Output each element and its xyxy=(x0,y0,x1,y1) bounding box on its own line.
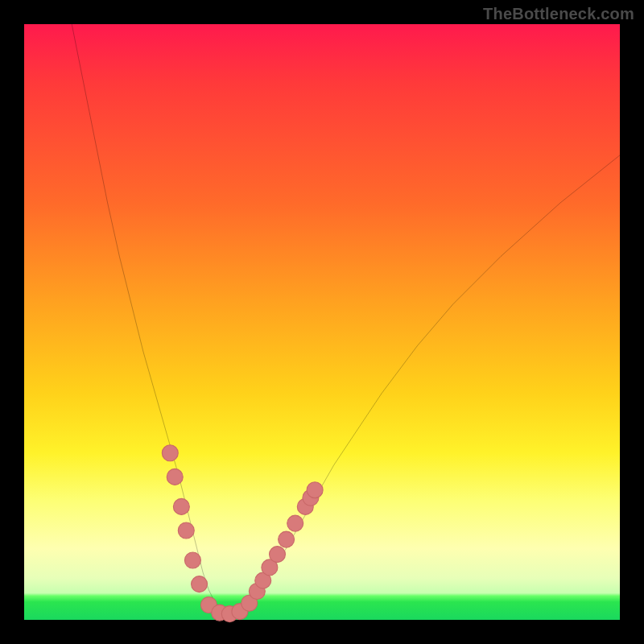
curve-marker xyxy=(287,515,303,531)
curve-markers xyxy=(162,445,323,622)
curve-marker xyxy=(167,469,183,485)
watermark-text: TheBottleneck.com xyxy=(483,5,634,23)
curve-marker xyxy=(173,498,189,514)
curve-marker xyxy=(184,552,200,568)
curve-marker xyxy=(162,445,178,461)
curve-marker xyxy=(192,576,208,592)
curve-marker xyxy=(279,531,295,547)
curve-overlay xyxy=(24,24,620,620)
chart-frame: TheBottleneck.com xyxy=(0,0,644,644)
bottleneck-curve xyxy=(72,24,620,614)
curve-marker xyxy=(178,522,194,539)
curve-marker xyxy=(307,482,323,498)
curve-marker xyxy=(270,547,286,563)
